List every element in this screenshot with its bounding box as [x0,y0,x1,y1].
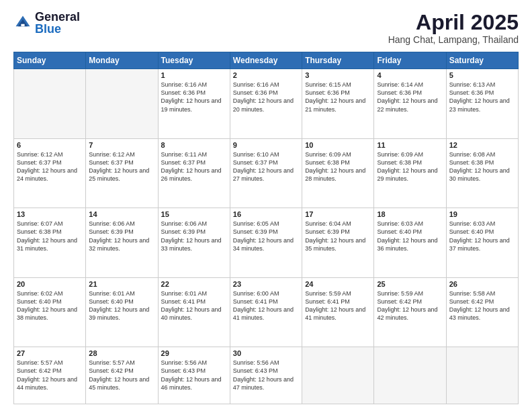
calendar-cell: 15Sunrise: 6:06 AM Sunset: 6:39 PM Dayli… [158,208,230,278]
day-info: Sunrise: 6:16 AM Sunset: 6:36 PM Dayligh… [233,81,299,113]
calendar-cell [374,347,446,404]
day-info: Sunrise: 6:06 AM Sunset: 6:39 PM Dayligh… [89,220,154,253]
day-info: Sunrise: 6:02 AM Sunset: 6:40 PM Dayligh… [17,289,83,322]
logo-icon [13,13,32,32]
calendar-cell: 27Sunrise: 5:57 AM Sunset: 6:42 PM Dayli… [14,347,86,404]
calendar-cell: 20Sunrise: 6:02 AM Sunset: 6:40 PM Dayli… [14,277,86,347]
calendar-week-row: 27Sunrise: 5:57 AM Sunset: 6:42 PM Dayli… [14,347,519,404]
day-of-week-thursday: Thursday [302,52,374,69]
day-number: 24 [305,280,371,288]
calendar-cell: 9Sunrise: 6:10 AM Sunset: 6:37 PM Daylig… [230,138,302,208]
calendar-week-row: 20Sunrise: 6:02 AM Sunset: 6:40 PM Dayli… [14,277,519,347]
header: General Blue April 2025 Hang Chat, Lampa… [13,11,519,45]
day-info: Sunrise: 6:00 AM Sunset: 6:41 PM Dayligh… [233,289,299,322]
day-info: Sunrise: 5:56 AM Sunset: 6:43 PM Dayligh… [233,359,299,392]
calendar-cell: 11Sunrise: 6:09 AM Sunset: 6:38 PM Dayli… [374,138,446,208]
day-info: Sunrise: 5:56 AM Sunset: 6:43 PM Dayligh… [161,359,227,392]
day-info: Sunrise: 6:07 AM Sunset: 6:38 PM Dayligh… [17,220,83,253]
day-number: 20 [17,280,83,288]
day-number: 6 [17,141,83,149]
month-title: April 2025 [388,11,519,34]
day-number: 29 [161,349,227,357]
title-block: April 2025 Hang Chat, Lampang, Thailand [388,11,519,45]
day-info: Sunrise: 6:03 AM Sunset: 6:40 PM Dayligh… [449,220,515,253]
calendar-cell: 14Sunrise: 6:06 AM Sunset: 6:39 PM Dayli… [86,208,158,278]
day-info: Sunrise: 6:16 AM Sunset: 6:36 PM Dayligh… [161,81,227,113]
day-number: 21 [89,280,154,288]
day-number: 25 [377,280,443,288]
calendar-cell: 28Sunrise: 5:57 AM Sunset: 6:42 PM Dayli… [86,347,158,404]
calendar-cell: 13Sunrise: 6:07 AM Sunset: 6:38 PM Dayli… [14,208,86,278]
day-info: Sunrise: 6:01 AM Sunset: 6:40 PM Dayligh… [89,289,154,322]
day-info: Sunrise: 6:12 AM Sunset: 6:37 PM Dayligh… [17,150,83,183]
day-number: 14 [89,210,154,218]
day-number: 4 [377,71,443,79]
calendar-cell: 19Sunrise: 6:03 AM Sunset: 6:40 PM Dayli… [446,208,518,278]
day-of-week-monday: Monday [86,52,158,69]
calendar-cell [14,69,86,139]
day-info: Sunrise: 6:15 AM Sunset: 6:36 PM Dayligh… [305,81,371,113]
day-info: Sunrise: 6:14 AM Sunset: 6:36 PM Dayligh… [377,81,443,113]
day-info: Sunrise: 5:58 AM Sunset: 6:42 PM Dayligh… [449,289,515,322]
calendar-week-row: 1Sunrise: 6:16 AM Sunset: 6:36 PM Daylig… [14,69,519,139]
day-number: 3 [305,71,371,79]
calendar-cell: 23Sunrise: 6:00 AM Sunset: 6:41 PM Dayli… [230,277,302,347]
calendar-cell: 2Sunrise: 6:16 AM Sunset: 6:36 PM Daylig… [230,69,302,139]
logo-general-text: General [35,11,80,23]
calendar-cell: 17Sunrise: 6:04 AM Sunset: 6:39 PM Dayli… [302,208,374,278]
calendar-cell: 26Sunrise: 5:58 AM Sunset: 6:42 PM Dayli… [446,277,518,347]
day-number: 28 [89,349,154,357]
location-subtitle: Hang Chat, Lampang, Thailand [388,34,519,45]
day-number: 23 [233,280,299,288]
day-info: Sunrise: 6:08 AM Sunset: 6:38 PM Dayligh… [449,150,515,183]
day-of-week-saturday: Saturday [446,52,518,69]
logo-blue-text: Blue [35,23,80,35]
calendar-cell: 25Sunrise: 5:59 AM Sunset: 6:42 PM Dayli… [374,277,446,347]
day-number: 5 [449,71,515,79]
day-number: 8 [161,141,227,149]
calendar-cell: 18Sunrise: 6:03 AM Sunset: 6:40 PM Dayli… [374,208,446,278]
day-info: Sunrise: 6:11 AM Sunset: 6:37 PM Dayligh… [161,150,227,183]
calendar-cell [86,69,158,139]
calendar-week-row: 13Sunrise: 6:07 AM Sunset: 6:38 PM Dayli… [14,208,519,278]
day-of-week-friday: Friday [374,52,446,69]
calendar-cell: 16Sunrise: 6:05 AM Sunset: 6:39 PM Dayli… [230,208,302,278]
day-number: 7 [89,141,154,149]
calendar-cell: 1Sunrise: 6:16 AM Sunset: 6:36 PM Daylig… [158,69,230,139]
calendar-cell [302,347,374,404]
calendar-cell: 5Sunrise: 6:13 AM Sunset: 6:36 PM Daylig… [446,69,518,139]
calendar-cell: 6Sunrise: 6:12 AM Sunset: 6:37 PM Daylig… [14,138,86,208]
day-number: 30 [233,349,299,357]
day-info: Sunrise: 5:59 AM Sunset: 6:41 PM Dayligh… [305,289,371,322]
day-info: Sunrise: 6:09 AM Sunset: 6:38 PM Dayligh… [305,150,371,183]
day-of-week-tuesday: Tuesday [158,52,230,69]
logo: General Blue [13,11,80,35]
day-number: 17 [305,210,371,218]
day-number: 26 [449,280,515,288]
day-info: Sunrise: 5:59 AM Sunset: 6:42 PM Dayligh… [377,289,443,322]
day-number: 9 [233,141,299,149]
day-number: 11 [377,141,443,149]
calendar-cell: 22Sunrise: 6:01 AM Sunset: 6:41 PM Dayli… [158,277,230,347]
calendar-cell [446,347,518,404]
logo-text: General Blue [35,11,80,35]
day-number: 15 [161,210,227,218]
day-info: Sunrise: 5:57 AM Sunset: 6:42 PM Dayligh… [17,359,83,392]
day-info: Sunrise: 5:57 AM Sunset: 6:42 PM Dayligh… [89,359,154,392]
calendar-cell: 21Sunrise: 6:01 AM Sunset: 6:40 PM Dayli… [86,277,158,347]
calendar-cell: 24Sunrise: 5:59 AM Sunset: 6:41 PM Dayli… [302,277,374,347]
day-of-week-sunday: Sunday [14,52,86,69]
day-info: Sunrise: 6:01 AM Sunset: 6:41 PM Dayligh… [161,289,227,322]
day-info: Sunrise: 6:06 AM Sunset: 6:39 PM Dayligh… [161,220,227,253]
calendar-cell: 3Sunrise: 6:15 AM Sunset: 6:36 PM Daylig… [302,69,374,139]
day-info: Sunrise: 6:04 AM Sunset: 6:39 PM Dayligh… [305,220,371,253]
calendar-cell: 12Sunrise: 6:08 AM Sunset: 6:38 PM Dayli… [446,138,518,208]
calendar-cell: 10Sunrise: 6:09 AM Sunset: 6:38 PM Dayli… [302,138,374,208]
day-number: 18 [377,210,443,218]
calendar-table: SundayMondayTuesdayWednesdayThursdayFrid… [13,52,519,404]
day-number: 2 [233,71,299,79]
calendar-cell: 29Sunrise: 5:56 AM Sunset: 6:43 PM Dayli… [158,347,230,404]
day-info: Sunrise: 6:13 AM Sunset: 6:36 PM Dayligh… [449,81,515,113]
calendar-week-row: 6Sunrise: 6:12 AM Sunset: 6:37 PM Daylig… [14,138,519,208]
svg-rect-2 [21,24,24,27]
